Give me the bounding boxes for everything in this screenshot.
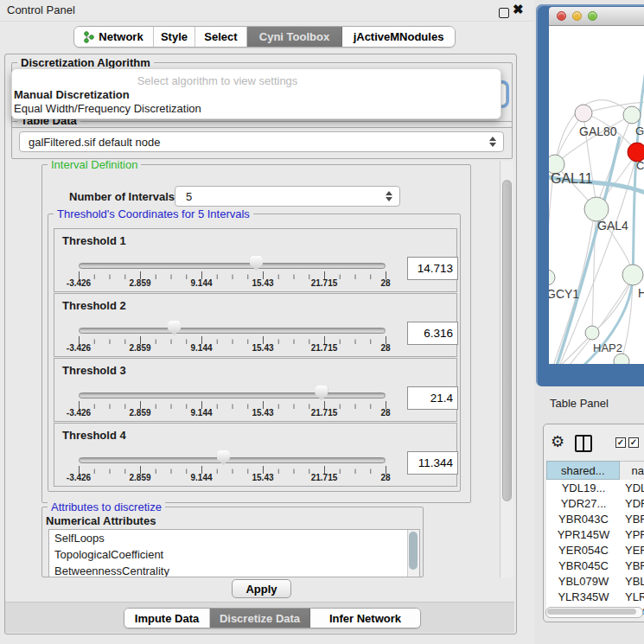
tab-style[interactable]: Style (154, 27, 195, 47)
number-of-intervals-spinner[interactable]: 5 (175, 186, 400, 207)
attributes-list-scrollbar (407, 530, 419, 577)
table-row[interactable]: YDL19...YDL1 (546, 480, 644, 495)
table-row[interactable]: YPR145WYPR1 (546, 526, 644, 542)
threshold-panel-4: Threshold 4-3.4262.8599.14415.4321.71528 (54, 423, 457, 487)
attribute-item[interactable]: SelfLoops (49, 530, 419, 546)
node-label: GAL4 (597, 219, 628, 233)
threshold-value-input[interactable] (407, 322, 458, 345)
attributes-group-title: Attributes to discretize (48, 501, 165, 513)
close-icon[interactable]: ✖ (513, 2, 524, 17)
attribute-item[interactable]: BetweennessCentrality (49, 563, 419, 577)
table-header-shared[interactable]: shared... (546, 461, 620, 480)
attribute-item[interactable]: TopologicalCoefficient (49, 546, 419, 563)
table-header-name[interactable]: na (620, 461, 644, 480)
table-hscrollbar (545, 607, 643, 618)
attributes-scrollbar-thumb[interactable] (409, 532, 418, 570)
network-canvas[interactable]: GAL80GACGAL11GAL4GCY1HHAP2 (549, 26, 644, 364)
checkbox-icon[interactable]: ✓ (615, 437, 626, 448)
cell-shared-name: YLR345W (546, 590, 621, 603)
panel-scrollbar (500, 161, 513, 577)
cell-shared-name: YBR043C (546, 513, 621, 526)
network-edge-highlight (633, 71, 644, 277)
tick-label: -3.426 (67, 408, 91, 418)
node-label: H (638, 286, 644, 300)
network-node[interactable] (575, 105, 592, 122)
table-row[interactable]: YBL079WYBL0 (546, 573, 644, 589)
network-node[interactable] (623, 106, 641, 124)
cell-name: YBR0 (621, 559, 644, 572)
float-window-icon[interactable] (499, 8, 509, 18)
network-node[interactable] (622, 265, 643, 285)
tab-cyni-toolbox[interactable]: Cyni Toolbox (247, 27, 342, 47)
threshold-label: Threshold 4 (62, 429, 126, 442)
threshold-value-input[interactable] (407, 451, 458, 475)
table-row[interactable]: YER054CYER0 (546, 542, 644, 558)
table-hscrollbar-thumb[interactable] (547, 609, 636, 615)
dropdown-option-equal-width-frequency[interactable]: Equal Width/Frequency Discretization (14, 102, 201, 115)
threshold-slider-track[interactable] (79, 457, 386, 463)
table-data-combobox[interactable]: galFiltered.sif default node (19, 131, 504, 152)
footer-tab-discretize-data[interactable]: Discretize Data (210, 609, 310, 628)
control-panel-title: Control Panel (7, 3, 75, 16)
number-of-intervals-label: Number of Intervals (69, 190, 175, 203)
tick-label: 15.43 (252, 278, 273, 288)
tab-label: jActiveMNodules (354, 30, 444, 43)
cell-name: YBR0 (621, 513, 644, 526)
network-node[interactable] (614, 354, 629, 364)
node-label: C (636, 159, 644, 172)
close-light[interactable] (557, 11, 566, 21)
cell-shared-name: YBL079W (546, 575, 621, 588)
cell-shared-name: YDL19... (546, 481, 621, 494)
zoom-light[interactable] (588, 11, 597, 21)
network-node[interactable] (549, 270, 555, 285)
tick-label: 28 (380, 278, 390, 288)
gear-icon[interactable]: ⚙ (551, 432, 564, 451)
control-panel-titlebar (0, 0, 534, 22)
table-body: YDL19...YDL1YDR27...YDR2YBR043CYBR0YPR14… (546, 480, 644, 615)
tick-label: 2.859 (129, 343, 150, 353)
table-row[interactable]: YBR043CYBR0 (546, 511, 644, 526)
footer-tab-impute-data[interactable]: Impute Data (124, 609, 210, 628)
number-of-intervals-value: 5 (175, 190, 385, 203)
network-node[interactable] (585, 326, 599, 340)
checkbox-icon[interactable]: ✓ (628, 437, 639, 448)
combo-arrows-icon (488, 137, 496, 147)
table-row[interactable]: YBR045CYBR0 (546, 558, 644, 573)
tick-label: 21.715 (311, 473, 338, 482)
network-window-titlebar[interactable] (549, 7, 644, 26)
apply-button[interactable]: Apply (232, 579, 291, 598)
dropdown-option-manual-discretization[interactable]: Manual Discretization (14, 88, 130, 101)
cell-shared-name: YER054C (546, 544, 621, 557)
footer-tab-infer-network[interactable]: Infer Network (310, 609, 420, 628)
table-row[interactable]: YDR27...YDR2 (546, 495, 644, 511)
numerical-attributes-list[interactable]: SelfLoopsTopologicalCoefficientBetweenne… (48, 529, 420, 577)
tick-label: 2.859 (129, 408, 150, 418)
cell-shared-name: YBR045C (546, 559, 621, 572)
threshold-panel-1: Threshold 1-3.4262.8599.14415.4321.71528 (54, 228, 457, 292)
thresholds-group-title: Threshold's Coordinates for 5 Intervals (54, 208, 253, 220)
column-split-icon[interactable] (575, 435, 592, 452)
node-label: GAL11 (551, 171, 593, 186)
panel-scrollbar-thumb[interactable] (502, 180, 512, 501)
tick-label: 28 (380, 473, 390, 482)
threshold-slider-track[interactable] (79, 392, 386, 399)
tab-label: Cyni Toolbox (259, 30, 329, 43)
footer-tab-label: Impute Data (135, 612, 199, 625)
slider-tick-labels: -3.4262.8599.14415.4321.71528 (79, 343, 386, 354)
minimize-light[interactable] (572, 11, 582, 21)
threshold-slider-track[interactable] (79, 328, 386, 334)
tick-label: 21.715 (311, 343, 338, 353)
tab-network[interactable]: Network (74, 27, 154, 47)
table-row[interactable]: YLR345WYLR3 (546, 589, 644, 604)
threshold-panel-3: Threshold 3-3.4262.8599.14415.4321.71528 (54, 358, 457, 422)
node-label: GCY1 (549, 287, 579, 301)
tab-select[interactable]: Select (195, 27, 247, 47)
network-node[interactable] (584, 197, 609, 221)
threshold-slider-track[interactable] (79, 263, 386, 269)
numerical-attributes-label: Numerical Attributes (46, 514, 156, 527)
threshold-value-input[interactable] (407, 257, 458, 280)
threshold-value-input[interactable] (407, 386, 458, 410)
tab-jactivemnodules[interactable]: jActiveMNodules (342, 27, 455, 47)
tick-label: 21.715 (311, 408, 338, 418)
dropdown-hint-item[interactable]: Select algorithm to view settings (12, 74, 423, 87)
